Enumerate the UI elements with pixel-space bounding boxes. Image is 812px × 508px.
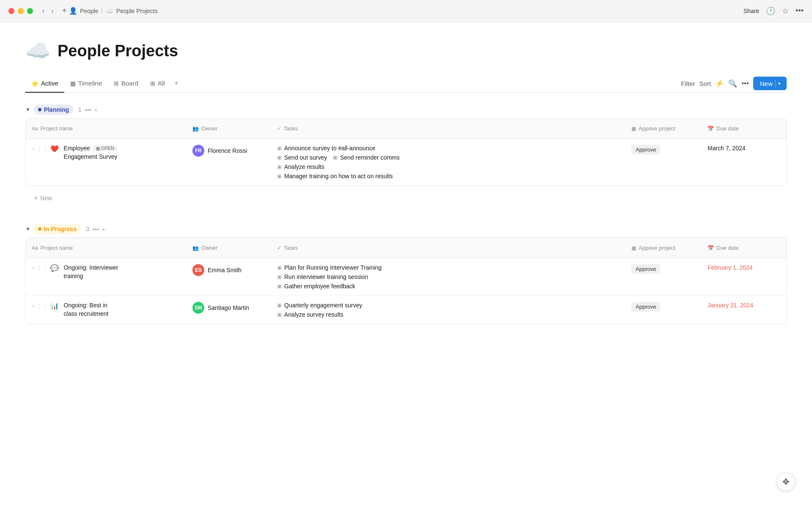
tab-board[interactable]: ⊞ Board	[108, 76, 144, 93]
section-inprogress-label: In Progress	[44, 226, 77, 232]
task-text: Quarterly engagement survey	[284, 302, 362, 309]
tab-all-icon: ⊞	[150, 80, 155, 87]
task-icon: ▣	[277, 265, 282, 271]
owner-name-florence: Florence Rossi	[208, 147, 247, 154]
project-name-cell-interviewer[interactable]: 💬 Ongoing: Interviewer training	[50, 264, 118, 279]
add-new-planning-icon[interactable]: +	[34, 194, 38, 202]
col-project-name-1: Aa Project name	[26, 123, 187, 134]
task-row: ▣ Plan for Running Interviewer Training	[277, 264, 381, 271]
page-title: People Projects	[58, 42, 178, 60]
search-icon[interactable]: 🔍	[728, 79, 737, 88]
project-name-wrapper-recruitment: Ongoing: Best in class recruitment	[64, 302, 109, 317]
avatar-emma: ES	[192, 264, 204, 276]
owner-interviewer: ES Emma Smith	[192, 264, 241, 276]
add-new-planning[interactable]: + New	[25, 189, 787, 207]
more-icon[interactable]: •••	[741, 79, 749, 88]
add-page-button[interactable]: +	[60, 6, 69, 16]
section-planning-badge: Planning	[34, 105, 73, 115]
table-row: + ⋮⋮ ❤️ Employee ▦ OPEN	[26, 139, 786, 185]
task-text: Send out survey	[284, 154, 327, 161]
task-row: ▣ Announce survey to #all-announce	[277, 145, 376, 152]
row-add-btn[interactable]: +	[32, 146, 35, 152]
project-name-wrapper-emp: Employee ▦ OPEN Engagement Survey	[64, 145, 118, 160]
filter-button[interactable]: Filter	[681, 80, 695, 87]
project-icon-emp: ❤️	[50, 145, 59, 153]
approve-button-interviewer[interactable]: Approve	[631, 264, 660, 274]
row-add-btn[interactable]: +	[32, 265, 35, 271]
tab-active[interactable]: ⭐ Active	[25, 76, 64, 93]
cell-approve-emp: Approve	[625, 139, 702, 164]
task-text: Analyze survey results	[284, 311, 343, 318]
col-approve-1: ▦ Appove project	[625, 123, 702, 134]
nav-arrows: ‹ ›	[40, 6, 56, 16]
tab-timeline[interactable]: ▦ Timeline	[64, 76, 108, 93]
col-owner-2: 👥 Owner	[187, 242, 271, 254]
section-planning-toggle[interactable]: ▼	[25, 107, 30, 113]
back-button[interactable]: ‹	[40, 6, 47, 16]
task-row: ▣ Run interviewer training session	[277, 273, 368, 280]
more-options-icon[interactable]: •••	[796, 6, 804, 15]
row-drag-btn[interactable]: ⋮⋮	[37, 146, 48, 152]
forward-button[interactable]: ›	[49, 6, 56, 16]
lightning-icon[interactable]: ⚡	[715, 79, 724, 88]
main-content: ☁️ People Projects ⭐ Active ▦ Timeline ⊞…	[0, 22, 812, 358]
breadcrumb-parent[interactable]: People	[80, 8, 99, 14]
task-row: ▣ Quarterly engagement survey	[277, 302, 362, 309]
due-date-emp: March 7, 2024	[708, 145, 746, 152]
row-drag-btn[interactable]: ⋮⋮	[37, 265, 48, 271]
section-inprogress-badge: In Progress	[34, 224, 81, 234]
project-name-cell[interactable]: ❤️ Employee ▦ OPEN Engagement Survey	[50, 145, 118, 160]
task-text: Manager training on how to act on result…	[284, 173, 393, 179]
titlebar: ‹ › + 👤 People / ☁️ People Projects Shar…	[0, 0, 812, 22]
task-row: ▣ Analyze survey results	[277, 311, 343, 318]
row-add-btn[interactable]: +	[32, 303, 35, 309]
task-icon: ▣	[277, 145, 282, 151]
owner-name-santiago: Santiago Martin	[208, 304, 249, 311]
cell-approve-recruitment: Approve	[625, 296, 702, 321]
approve-button-recruitment[interactable]: Approve	[631, 302, 660, 312]
task-icon: ▣	[277, 302, 282, 308]
new-button[interactable]: New ▾	[753, 77, 787, 90]
add-tab-button[interactable]: +	[171, 77, 182, 90]
sort-button[interactable]: Sort	[700, 80, 711, 87]
task-row: ▣ Send out survey ▣ Send reminder comms	[277, 154, 400, 161]
col-owner-1: 👥 Owner	[187, 123, 271, 134]
section-inprogress-toggle[interactable]: ▼	[25, 226, 30, 232]
cell-owner-emp: FR Florence Rossi	[187, 139, 271, 164]
due-date-recruitment: January 31, 2024	[708, 302, 753, 309]
cell-owner-interviewer: ES Emma Smith	[187, 258, 271, 284]
tabs-bar: ⭐ Active ▦ Timeline ⊞ Board ⊞ All + Filt…	[25, 76, 787, 93]
history-icon[interactable]: 🕐	[766, 6, 775, 16]
fab-button[interactable]: ✥	[776, 472, 795, 491]
maximize-button[interactable]	[27, 8, 33, 14]
tab-all[interactable]: ⊞ All	[144, 76, 171, 93]
project-name-cell-recruitment[interactable]: 📊 Ongoing: Best in class recruitment	[50, 302, 109, 317]
share-button[interactable]: Share	[743, 8, 759, 14]
tab-timeline-label: Timeline	[78, 80, 102, 87]
section-inprogress-add[interactable]: +	[102, 226, 105, 233]
approve-button-emp[interactable]: Approve	[631, 145, 660, 155]
tab-all-label: All	[158, 80, 165, 87]
section-inprogress-actions: ••• +	[93, 226, 106, 233]
project-name-line1-interviewer: Ongoing: Interviewer	[64, 264, 118, 271]
task-row: ▣ Gather employee feedback	[277, 283, 355, 290]
section-inprogress-more[interactable]: •••	[93, 226, 99, 233]
section-planning-actions: ••• +	[85, 106, 98, 113]
tab-active-label: Active	[41, 80, 58, 87]
section-planning-add[interactable]: +	[94, 106, 98, 113]
breadcrumb-separator: /	[101, 8, 103, 14]
section-inprogress-header: ▼ In Progress 3 ••• +	[25, 224, 787, 234]
minimize-button[interactable]	[18, 8, 24, 14]
col-due-2: 📅 Due date	[702, 242, 786, 254]
section-planning-more[interactable]: •••	[85, 106, 92, 113]
row-drag-btn[interactable]: ⋮⋮	[37, 303, 48, 309]
open-badge: ▦ OPEN	[93, 145, 117, 151]
breadcrumb-current[interactable]: People Projects	[116, 8, 158, 14]
col-tasks-1: ✓ Tasks	[271, 123, 625, 134]
planning-table: Aa Project name 👥 Owner ✓ Tasks ▦ Appove…	[25, 118, 787, 186]
close-button[interactable]	[8, 8, 14, 14]
breadcrumb-parent-icon: 👤	[69, 7, 77, 15]
titlebar-right: Share 🕐 ☆ •••	[743, 6, 804, 16]
owner-emp: FR Florence Rossi	[192, 145, 247, 157]
star-icon[interactable]: ☆	[782, 6, 789, 16]
